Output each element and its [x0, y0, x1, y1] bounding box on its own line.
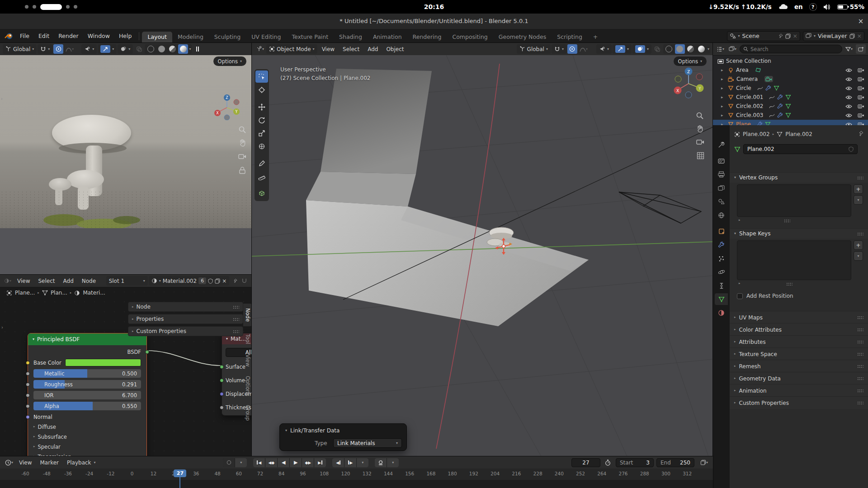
modifier-wrench-icon[interactable] — [765, 85, 771, 91]
new-scene-icon[interactable] — [785, 33, 791, 39]
disable-render-icon[interactable] — [858, 85, 864, 91]
tab-world[interactable] — [715, 209, 728, 221]
overlapping-windows-icon[interactable]: ▾ — [699, 458, 709, 467]
tab-compositing[interactable]: Compositing — [447, 32, 493, 42]
menu-object[interactable]: Object — [382, 43, 407, 55]
timeline-editor[interactable]: ▾ View Marker Playback▾ ▾ ◀ ◀◆ ◀ ▶ ◆▶ ▶ … — [0, 456, 713, 488]
volume-input[interactable]: Volume — [226, 377, 245, 384]
panel-custom-properties[interactable]: ▸Custom Properties — [730, 397, 868, 409]
grip-dots[interactable] — [857, 232, 863, 235]
current-frame-field[interactable]: 27 — [571, 458, 600, 467]
link-type-dropdown[interactable]: Link Materials ▾ — [333, 438, 402, 448]
disable-render-icon[interactable] — [858, 94, 864, 100]
menu-add[interactable]: Add — [60, 275, 77, 287]
metallic-slider[interactable]: Metallic0.500 — [33, 369, 141, 378]
left-viewport-options-button[interactable]: Options ▾ — [213, 56, 246, 66]
disable-render-icon[interactable] — [858, 113, 864, 118]
xray-toggle[interactable] — [652, 44, 662, 54]
grip-dots[interactable] — [857, 377, 863, 380]
tab-constraints[interactable] — [715, 280, 728, 291]
viewport-axis-gizmo[interactable]: Z X Y — [672, 66, 705, 99]
jump-to-start-button[interactable]: ◀ — [253, 458, 265, 467]
tab-shading[interactable]: Shading — [334, 32, 368, 42]
tool-add-primitive[interactable] — [255, 188, 268, 200]
blender-titlebar[interactable]: * Untitled [~/Documents/Blender/Untitled… — [0, 14, 868, 29]
tab-render[interactable] — [715, 155, 728, 167]
breadcrumb-material[interactable]: Materi... — [83, 290, 105, 296]
outliner-row-circle-003[interactable]: ▸ Circle.003 — [713, 111, 868, 120]
tab-uv-editing[interactable]: UV Editing — [246, 32, 286, 42]
menu-window[interactable]: Window — [83, 29, 114, 43]
add-vertex-group-button[interactable]: + — [854, 184, 863, 194]
properties-editor[interactable]: Plane.002 ▸ Plane.002 Plane.002 ▾ — [713, 125, 868, 488]
grip-dots[interactable] — [233, 330, 239, 333]
mesh-data-icon[interactable] — [734, 146, 741, 152]
hide-eye-icon[interactable] — [845, 113, 852, 118]
pause-render-button[interactable] — [193, 44, 203, 54]
grip-dots[interactable] — [857, 365, 863, 368]
transform-orientation-dropdown[interactable]: Global ▾ — [517, 44, 551, 54]
base-color-socket[interactable] — [26, 361, 30, 365]
outliner-row-circle[interactable]: ▸ Circle — [713, 84, 868, 93]
grip-dots[interactable] — [233, 305, 239, 309]
tool-select-box[interactable] — [255, 70, 268, 83]
keying-dropdown[interactable]: ▾ — [235, 458, 247, 467]
scene-3d-canvas[interactable] — [252, 55, 713, 456]
shading-wireframe-button[interactable] — [146, 44, 156, 54]
proportional-falloff-dropdown[interactable]: ▾ — [578, 44, 589, 54]
menu-add[interactable]: Add — [364, 43, 382, 55]
show-gizmo-dropdown[interactable]: ▾ — [596, 44, 612, 54]
viewport-options-button[interactable]: Options ▾ — [674, 56, 707, 66]
add-rest-position-row[interactable]: Add Rest Position — [737, 293, 793, 299]
shader-editor[interactable]: ▾ View Select Add Node Slot 1 ▾ ▾ Materi… — [0, 275, 252, 456]
snapping-dropdown[interactable]: ▾ — [38, 44, 52, 54]
fake-user-shield-icon[interactable] — [208, 278, 213, 284]
alpha-socket[interactable] — [26, 404, 30, 408]
tab-material[interactable] — [715, 307, 728, 319]
expand-sidebar-arrow[interactable]: › — [1, 96, 3, 101]
grip-dots[interactable] — [857, 352, 863, 356]
grip-dots[interactable] — [857, 316, 863, 319]
modifier-wrench-icon[interactable] — [757, 122, 763, 126]
tab-layout[interactable]: Layout — [142, 32, 172, 42]
tab-scene[interactable] — [715, 196, 728, 207]
list-filter-expander[interactable]: ▸ — [739, 219, 741, 222]
material-users-count[interactable]: 6 — [198, 277, 206, 284]
list-resize-grip[interactable] — [784, 219, 790, 222]
left-viewport-axis-gizmo[interactable]: Z X Y — [213, 94, 241, 120]
shading-rendered-button[interactable] — [178, 44, 188, 54]
tool-annotate[interactable] — [255, 157, 268, 169]
menu-view[interactable]: View — [15, 456, 35, 469]
breadcrumb-data[interactable]: Plane.002 — [785, 131, 812, 137]
hide-eye-icon[interactable] — [845, 95, 852, 100]
menu-view[interactable]: View — [14, 275, 33, 287]
panel-attributes[interactable]: ▸Attributes — [730, 336, 868, 348]
scene-selector[interactable]: ▾ Scene × — [727, 31, 800, 41]
outliner-row-camera[interactable]: ▸ Camera — [713, 75, 868, 84]
menu-view[interactable]: View — [318, 43, 338, 55]
list-filter-expander[interactable]: ▸ — [739, 282, 741, 285]
fake-user-shield-icon[interactable] — [849, 146, 854, 152]
snapping-magnet-icon[interactable] — [239, 276, 249, 286]
gizmos-toggle[interactable]: ▾ — [613, 44, 632, 54]
input-language[interactable]: en — [794, 3, 803, 10]
section-transmission[interactable]: ▸Transmission — [33, 452, 141, 456]
breadcrumb-object[interactable]: Plane... — [15, 290, 35, 296]
shading-rendered-button[interactable] — [697, 44, 707, 54]
expander-icon[interactable]: ▸ — [721, 95, 726, 99]
playhead-line[interactable] — [179, 477, 180, 488]
mesh-data-icon[interactable] — [785, 94, 791, 100]
camera-view-icon[interactable] — [238, 153, 247, 160]
hide-eye-icon[interactable] — [845, 77, 852, 82]
npanel-custom-properties[interactable]: ▸Custom Properties — [128, 326, 243, 336]
shading-solid-button[interactable] — [675, 44, 685, 54]
tab-scripting[interactable]: Scripting — [552, 32, 588, 42]
pan-hand-icon[interactable] — [696, 125, 704, 133]
panel-color-attributes[interactable]: ▸Color Attributes — [730, 324, 868, 336]
mesh-data-icon[interactable] — [785, 103, 791, 109]
disable-render-icon[interactable] — [858, 122, 864, 125]
transform-orientation-dropdown[interactable]: Global ▾ — [3, 44, 37, 54]
menu-select[interactable]: Select — [339, 43, 363, 55]
new-collection-button[interactable] — [856, 44, 866, 54]
frame-step-dropdown[interactable]: ▾ — [357, 458, 368, 467]
